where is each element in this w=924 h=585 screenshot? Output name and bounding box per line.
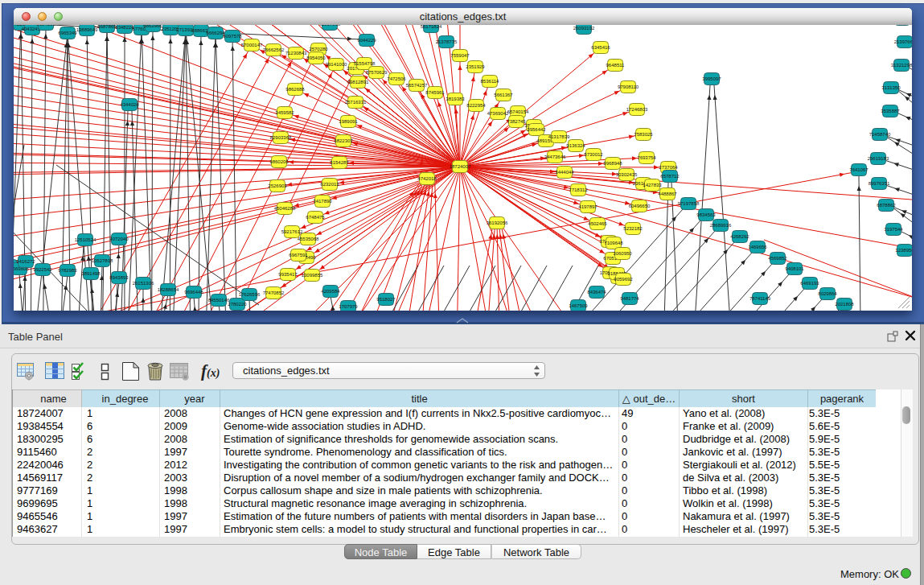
svg-text:3459582: 3459582 (275, 110, 294, 115)
svg-text:9044229: 9044229 (357, 38, 376, 43)
svg-text:1989091: 1989091 (339, 119, 358, 124)
svg-text:4488867: 4488867 (658, 192, 677, 196)
svg-text:10527808: 10527808 (92, 258, 113, 263)
svg-text:8536114: 8536114 (481, 79, 500, 84)
svg-text:17626596: 17626596 (239, 292, 261, 297)
svg-text:4502465: 4502465 (588, 221, 607, 226)
svg-text:60496650: 60496650 (629, 204, 651, 208)
svg-text:9782983: 9782983 (58, 268, 77, 273)
svg-text:51554798: 51554798 (354, 61, 376, 66)
svg-text:7718312: 7718312 (569, 187, 588, 192)
svg-text:17246803: 17246803 (626, 107, 648, 112)
svg-text:9684536: 9684536 (36, 25, 55, 27)
svg-text:6863966: 6863966 (143, 25, 162, 28)
svg-text:45535068: 45535068 (298, 237, 319, 241)
svg-text:6469193: 6469193 (800, 281, 819, 286)
svg-text:7472506: 7472506 (387, 76, 406, 81)
svg-text:65740154: 65740154 (507, 109, 529, 114)
svg-text:91907998: 91907998 (319, 25, 341, 27)
svg-text:84550146: 84550146 (208, 298, 230, 303)
svg-text:9935417: 9935417 (278, 272, 298, 277)
svg-text:8943893: 8943893 (109, 275, 129, 280)
svg-text:97908110: 97908110 (618, 84, 639, 89)
svg-text:6345416: 6345416 (591, 45, 610, 50)
svg-text:59217612: 59217612 (281, 229, 303, 234)
svg-text:3197544: 3197544 (884, 227, 903, 232)
svg-text:47369042: 47369042 (487, 111, 509, 116)
svg-text:13099855: 13099855 (302, 273, 323, 278)
svg-text:4268292: 4268292 (730, 234, 749, 239)
svg-text:9481774: 9481774 (620, 296, 639, 301)
svg-text:78741149: 78741149 (749, 296, 771, 301)
svg-text:6232013: 6232013 (320, 182, 339, 187)
svg-text:8745961: 8745961 (425, 90, 445, 95)
svg-text:7559047: 7559047 (450, 53, 470, 58)
svg-text:2021808: 2021808 (835, 302, 854, 307)
svg-text:9968948: 9968948 (603, 161, 622, 166)
svg-text:4197897: 4197897 (578, 204, 598, 209)
svg-text:6967591: 6967591 (289, 253, 308, 257)
svg-text:18724007: 18724007 (450, 164, 471, 169)
svg-text:5661367: 5661367 (494, 93, 513, 97)
svg-text:72458740: 72458740 (869, 132, 891, 137)
svg-text:69812891: 69812891 (347, 80, 369, 84)
svg-text:3535887: 3535887 (881, 109, 900, 113)
svg-text:25716331: 25716331 (345, 100, 367, 105)
svg-text:3417890: 3417890 (313, 199, 332, 204)
svg-text:6748475: 6748475 (306, 215, 325, 220)
svg-text:5154287: 5154287 (330, 160, 349, 165)
svg-text:41317839: 41317839 (548, 134, 570, 139)
svg-text:4569852: 4569852 (768, 256, 787, 261)
svg-text:8436474: 8436474 (587, 290, 606, 295)
svg-text:5232182: 5232182 (623, 226, 643, 231)
svg-text:1707979: 1707979 (339, 304, 358, 309)
svg-text:8222954: 8222954 (466, 103, 486, 108)
svg-text:87570629: 87570629 (366, 70, 388, 75)
svg-text:3131350: 3131350 (881, 85, 901, 90)
svg-text:99141000: 99141000 (326, 62, 347, 67)
svg-text:4742018: 4742018 (417, 176, 437, 181)
svg-text:7109648: 7109648 (604, 241, 623, 245)
svg-text:12510524: 12510524 (75, 237, 97, 242)
svg-text:9416272: 9416272 (16, 259, 35, 264)
svg-text:9408101: 9408101 (785, 266, 804, 271)
svg-text:2780220: 2780220 (228, 302, 247, 307)
svg-text:5730012: 5730012 (584, 152, 603, 157)
svg-text:36192056: 36192056 (487, 220, 508, 225)
svg-text:4209584: 4209584 (321, 289, 340, 294)
svg-text:28689916: 28689916 (710, 223, 732, 228)
svg-text:56171824: 56171824 (421, 25, 442, 29)
svg-text:3819383: 3819383 (446, 97, 465, 101)
svg-text:2351929: 2351929 (466, 64, 485, 69)
svg-text:26151306: 26151306 (133, 281, 154, 286)
svg-text:45046288: 45046288 (274, 206, 296, 211)
svg-text:9097578: 9097578 (223, 34, 242, 39)
svg-text:9648511: 9648511 (606, 63, 626, 68)
svg-text:13889649: 13889649 (76, 27, 98, 32)
svg-text:1238956: 1238956 (895, 248, 912, 253)
svg-text:29619183: 29619183 (868, 156, 889, 161)
svg-text:9834563: 9834563 (696, 212, 716, 217)
svg-text:9059692: 9059692 (614, 277, 633, 282)
svg-text:9136324: 9136324 (566, 143, 585, 148)
svg-text:3995097: 3995097 (702, 76, 721, 81)
svg-text:57000147: 57000147 (241, 43, 263, 47)
svg-text:4344024: 4344024 (120, 102, 139, 107)
svg-text:3891498: 3891498 (81, 271, 101, 276)
svg-text:31321298: 31321298 (891, 63, 912, 68)
svg-text:3956442: 3956442 (527, 127, 546, 132)
svg-text:34473646: 34473646 (544, 154, 566, 159)
svg-text:18288654: 18288654 (158, 287, 179, 292)
svg-text:4072040: 4072040 (109, 237, 129, 241)
svg-text:9862688: 9862688 (285, 87, 305, 92)
svg-text:5822307: 5822307 (334, 138, 353, 143)
svg-text:7583025: 7583025 (634, 132, 653, 137)
svg-text:3060950: 3060950 (613, 251, 632, 256)
svg-text:76662562: 76662562 (263, 47, 285, 52)
svg-text:56574257: 56574257 (406, 83, 428, 88)
svg-text:7641067: 7641067 (849, 167, 869, 172)
svg-text:21397668: 21397668 (894, 39, 912, 44)
svg-text:1427833: 1427833 (643, 183, 662, 187)
svg-text:6965349: 6965349 (58, 31, 77, 35)
svg-text:30302435: 30302435 (616, 172, 638, 177)
